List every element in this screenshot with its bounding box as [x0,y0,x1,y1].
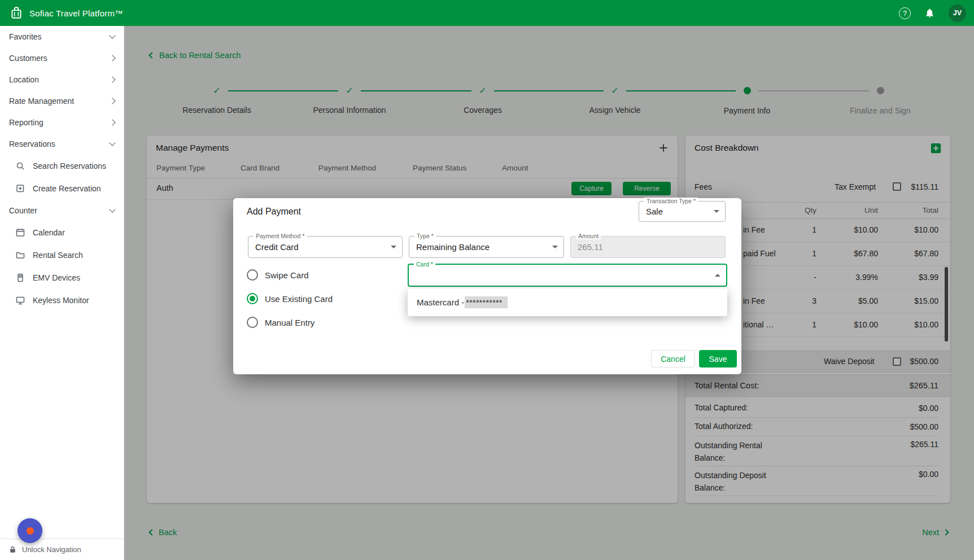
radio-manual-entry[interactable]: Manual Entry [233,314,315,330]
sidebar-item-create-reservation[interactable]: Create Reservation [0,177,124,200]
sidebar-item-rental-search[interactable]: Rental Search [0,244,124,266]
card-option-mastercard[interactable]: Mastercard - *********** [408,288,727,316]
notification-dot [27,527,34,535]
folder-icon [15,250,25,260]
amount-field: Amount 265.11 [570,236,726,258]
monitor-icon [15,295,25,305]
sidebar-item-emv-devices[interactable]: EMV Devices [0,266,124,289]
sidebar-item-label: Customers [9,54,47,63]
sidebar-item-customers[interactable]: Customers [0,47,124,69]
radio-selected-icon [247,293,258,304]
radio-use-existing-card[interactable]: Use Existing Card [233,291,333,307]
sidebar-item-favorites[interactable]: Favorites [0,26,124,47]
chevron-down-icon [109,32,115,38]
add-payment-dialog: Add Payment Transaction Type * Sale Paym… [233,198,741,374]
radio-swipe-card[interactable]: Swipe Card [233,267,309,283]
sidebar-item-rate-management[interactable]: Rate Management [0,90,124,112]
sidebar: Favorites Customers Location Rate Manage… [0,26,124,560]
payment-method-select[interactable]: Payment Method * Credit Card [248,236,403,258]
app-header: Sofiac Travel Platform™ JV [0,0,974,26]
app-title: Sofiac Travel Platform™ [29,8,123,18]
calendar-icon [15,228,25,238]
chevron-down-icon [109,139,115,146]
user-avatar[interactable]: JV [949,5,966,22]
app-logo-icon [9,6,24,20]
chevron-down-icon [552,246,558,248]
type-select[interactable]: Type * Remaining Balance [409,236,564,258]
assistant-fab[interactable] [18,518,42,543]
lock-icon [8,545,17,554]
chevron-right-icon [109,76,115,82]
sidebar-item-label: Favorites [9,32,42,41]
card-select[interactable]: Card * [408,264,727,287]
radio-icon [247,269,258,281]
chevron-down-icon [714,210,719,213]
sidebar-item-label: Rate Management [9,97,74,106]
emv-device-icon [15,273,25,283]
dialog-title: Add Payment [247,207,301,217]
help-icon[interactable] [899,7,911,19]
card-select-menu: Mastercard - *********** [408,288,727,316]
transaction-type-select[interactable]: Transaction Type * Sale [639,201,726,222]
radio-icon [247,317,258,328]
sidebar-item-label: Counter [9,206,37,215]
sidebar-item-label: Reservations [9,139,55,148]
chevron-right-icon [109,55,115,61]
unlock-navigation-button[interactable]: Unlock Navigation [0,539,124,560]
search-reservations-icon [15,161,25,171]
chevron-right-icon [109,119,115,125]
sidebar-item-label: Location [9,75,39,84]
sidebar-item-reporting[interactable]: Reporting [0,112,124,133]
create-reservation-icon [15,183,25,194]
sidebar-item-calendar[interactable]: Calendar [0,221,124,244]
sidebar-item-counter[interactable]: Counter [0,200,124,221]
sidebar-item-label: Reporting [9,118,43,127]
sidebar-item-location[interactable]: Location [0,69,124,90]
chevron-down-icon [109,206,115,212]
masked-card-number: *********** [465,296,508,308]
save-button[interactable]: Save [699,350,737,368]
notifications-bell-icon[interactable] [924,7,935,19]
sidebar-item-search-reservations[interactable]: Search Reservations [0,155,124,177]
chevron-up-icon [715,274,720,277]
chevron-down-icon [391,246,396,248]
cancel-button[interactable]: Cancel [651,350,695,368]
chevron-right-icon [109,98,115,104]
sidebar-item-reservations[interactable]: Reservations [0,133,124,155]
sidebar-item-keyless-monitor[interactable]: Keyless Monitor [0,289,124,312]
